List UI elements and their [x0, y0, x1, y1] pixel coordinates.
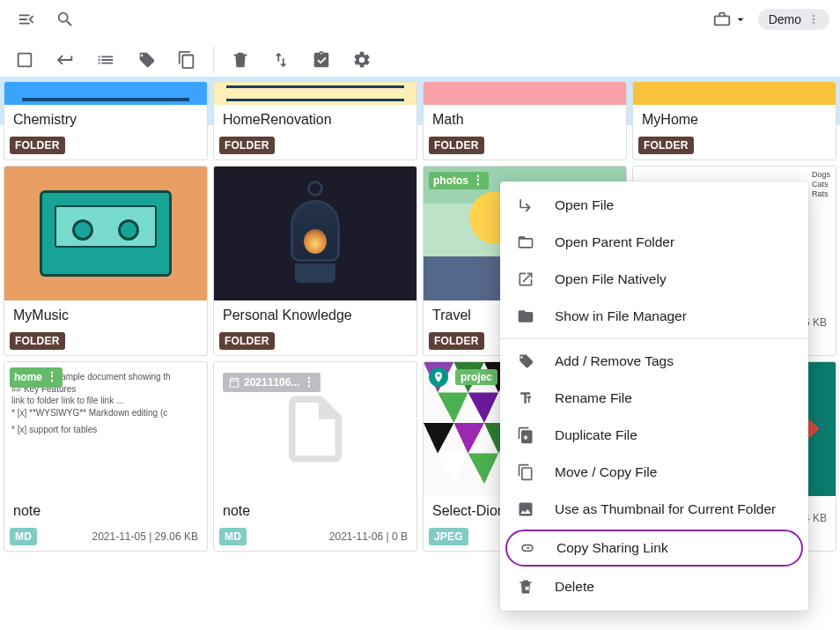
settings-button[interactable]	[344, 42, 379, 78]
folder-badge: FOLDER	[219, 332, 275, 350]
link-icon	[518, 538, 537, 558]
subdir-arrow-icon	[516, 196, 535, 215]
card-title: MyMusic	[4, 300, 207, 332]
copy-icon	[516, 463, 535, 482]
file-meta: 2021-11-05 | 29.06 KB	[92, 530, 202, 543]
folder-card[interactable]: Chemistry FOLDER	[4, 81, 208, 160]
photos-tag: photos⋮	[429, 172, 489, 189]
view-list-button[interactable]	[88, 42, 123, 78]
card-title: Chemistry	[4, 105, 207, 137]
image-icon	[516, 500, 535, 519]
menu-label: Show in File Manager	[555, 308, 687, 324]
back-button[interactable]	[48, 42, 83, 78]
copy-button[interactable]	[169, 42, 204, 78]
markdown-preview: home⋮ This is an example document showin…	[4, 362, 207, 496]
duplicate-icon	[516, 426, 535, 445]
tag-icon	[136, 50, 156, 70]
md-badge: MD	[10, 528, 37, 545]
selection-actionbar	[0, 39, 840, 81]
folder-card[interactable]: Math FOLDER	[423, 81, 627, 160]
open-in-new-icon	[516, 270, 535, 289]
menu-tags[interactable]: Add / Remove Tags	[500, 343, 808, 380]
menu-label: Use as Thumbnail for Current Folder	[555, 501, 776, 517]
folder-card[interactable]: MyMusic FOLDER	[4, 166, 208, 356]
topbar: Demo	[0, 0, 840, 39]
context-menu: Open File Open Parent Folder Open File N…	[500, 182, 808, 611]
folder-card[interactable]: MyHome FOLDER	[632, 81, 836, 160]
tag-outline-icon	[516, 352, 535, 371]
menu-copy-sharing-link-highlight: Copy Sharing Link	[505, 530, 803, 567]
divider	[213, 46, 214, 74]
menu-duplicate[interactable]: Duplicate File	[500, 417, 808, 454]
folder-badge: FOLDER	[219, 137, 275, 154]
folder-badge: FOLDER	[10, 137, 65, 154]
folder-thumb-renovation	[214, 82, 416, 105]
more-vert-icon	[807, 12, 821, 26]
md-badge: MD	[219, 528, 247, 545]
jpeg-badge: JPEG	[429, 528, 468, 545]
search-button[interactable]	[49, 4, 81, 35]
home-tag: home⋮	[10, 367, 63, 388]
folder-badge: FOLDER	[10, 332, 65, 350]
assignment-icon	[312, 50, 331, 70]
delete-forever-icon	[516, 577, 535, 597]
search-icon	[55, 10, 75, 29]
folder-thumb-mymusic	[4, 167, 207, 300]
menu-open-file[interactable]: Open File	[500, 187, 808, 224]
folder-badge: FOLDER	[429, 137, 484, 154]
select-all-button[interactable]	[7, 42, 42, 78]
menu-open-natively[interactable]: Open File Natively	[500, 261, 808, 298]
copy-icon	[177, 50, 196, 70]
menu-label: Delete	[555, 579, 594, 595]
text-fields-icon	[516, 389, 535, 408]
folder-icon	[516, 307, 535, 326]
menu-label: Copy Sharing Link	[556, 540, 668, 556]
lantern-icon	[288, 181, 343, 286]
delete-button[interactable]	[223, 42, 258, 78]
file-card[interactable]: 20211106...⋮ note MD 2021-11-06 | 0 B	[213, 361, 417, 552]
user-switcher[interactable]: Demo	[758, 9, 829, 30]
menu-rename[interactable]: Rename File	[500, 380, 808, 417]
tags-button[interactable]	[129, 42, 164, 78]
calendar-icon	[228, 376, 240, 389]
folder-badge: FOLDER	[638, 137, 694, 154]
briefcase-icon	[712, 10, 732, 29]
file-card[interactable]: home⋮ This is an example document showin…	[4, 361, 208, 552]
folder-card[interactable]: HomeRenovation FOLDER	[213, 81, 417, 160]
menu-label: Open File Natively	[555, 271, 667, 287]
assign-button[interactable]	[304, 42, 339, 78]
folder-badge: FOLDER	[429, 332, 484, 350]
sort-icon	[271, 50, 291, 70]
folder-card[interactable]: Personal Knowledge FOLDER	[213, 166, 417, 356]
card-title: note	[214, 496, 416, 528]
folder-outline-icon	[516, 233, 535, 252]
folder-thumb-math	[424, 82, 626, 105]
project-tag: projec	[455, 369, 497, 385]
menu-show-in-fm[interactable]: Show in File Manager	[500, 298, 808, 335]
empty-note-thumb: 20211106...⋮	[214, 362, 416, 496]
menu-delete[interactable]: Delete	[500, 568, 808, 605]
date-tag: 20211106...⋮	[223, 373, 321, 392]
card-title: Math	[424, 105, 626, 137]
menu-copy-sharing-link[interactable]: Copy Sharing Link	[518, 538, 791, 558]
file-icon	[276, 389, 355, 469]
menu-label: Open File	[555, 197, 614, 213]
menu-open-parent[interactable]: Open Parent Folder	[500, 224, 808, 261]
toggle-sidebar-button[interactable]	[11, 4, 42, 35]
folder-thumb-chemistry	[4, 82, 207, 105]
cassette-icon	[40, 190, 172, 277]
briefcase-button[interactable]	[709, 4, 751, 35]
trash-icon	[231, 50, 250, 70]
menu-open-icon	[17, 10, 36, 29]
card-title: Personal Knowledge	[214, 300, 416, 332]
menu-move-copy[interactable]: Move / Copy File	[500, 454, 808, 491]
menu-thumbnail[interactable]: Use as Thumbnail for Current Folder	[500, 491, 808, 528]
menu-label: Rename File	[555, 390, 632, 406]
folder-thumb-myhome	[633, 82, 836, 105]
location-pin-icon	[429, 367, 448, 387]
checkbox-outline-icon	[15, 50, 34, 70]
chevron-down-icon	[733, 12, 748, 26]
gear-icon	[352, 50, 372, 70]
chart-legend: Dogs Cats Rats	[812, 170, 830, 198]
sort-button[interactable]	[263, 42, 298, 78]
